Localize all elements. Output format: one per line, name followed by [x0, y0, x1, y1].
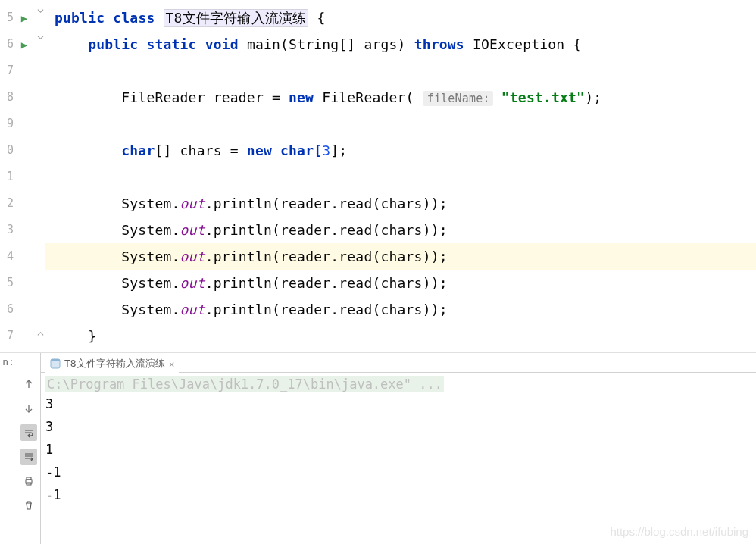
- gutter-cell: [14, 243, 35, 270]
- line-number: 3: [0, 217, 14, 243]
- gutter-cell: [14, 270, 35, 296]
- console-output-line: -1: [45, 461, 751, 483]
- arrow-up-icon[interactable]: [20, 376, 37, 392]
- code-line[interactable]: System.out.println(reader.read(chars));: [45, 243, 756, 270]
- run-gutter-icon[interactable]: ▶: [14, 5, 35, 31]
- fold-toggle-icon[interactable]: [37, 8, 44, 14]
- panel-label: n:: [0, 353, 17, 544]
- code-line[interactable]: [45, 111, 756, 137]
- gutter-cell: [14, 217, 35, 243]
- line-number-gutter: 5678901234567: [0, 0, 14, 352]
- fold-toggle-icon[interactable]: [37, 34, 44, 41]
- svg-rect-1: [27, 477, 31, 480]
- line-number: 1: [0, 164, 14, 190]
- line-number: 0: [0, 137, 14, 164]
- code-line[interactable]: char[] chars = new char[3];: [45, 137, 756, 164]
- scroll-to-end-icon[interactable]: [20, 449, 37, 465]
- code-line[interactable]: System.out.println(reader.read(chars));: [45, 190, 756, 217]
- watermark: https://blog.csdn.net/ifubing: [610, 525, 748, 538]
- code-line[interactable]: public class T8文件字符输入流演练 {: [45, 5, 756, 31]
- code-line[interactable]: System.out.println(reader.read(chars));: [45, 217, 756, 243]
- gutter-cell: [14, 58, 35, 84]
- panel-toolbar: [17, 353, 41, 544]
- console-output[interactable]: C:\Program Files\Java\jdk1.7.0_17\bin\ja…: [41, 373, 756, 544]
- line-number: 8: [0, 84, 14, 111]
- code-line[interactable]: FileReader reader = new FileReader( file…: [45, 84, 756, 111]
- command-line: C:\Program Files\Java\jdk1.7.0_17\bin\ja…: [45, 376, 444, 392]
- console-tab-row: T8文件字符输入流演练 ×: [41, 353, 756, 373]
- run-gutter-icon[interactable]: ▶: [14, 31, 35, 58]
- close-icon[interactable]: ×: [169, 358, 175, 370]
- soft-wrap-icon[interactable]: [20, 424, 37, 441]
- line-number: 9: [0, 111, 14, 137]
- line-number: 6: [0, 31, 14, 58]
- code-line[interactable]: public static void main(String[] args) t…: [45, 31, 756, 58]
- run-tool-panel: n: T8文件字符输入流演练 × C:\Program Files\Java\j…: [0, 353, 756, 544]
- fold-gutter: [35, 0, 45, 352]
- fold-end-icon[interactable]: [37, 330, 44, 337]
- gutter-cell: [14, 323, 35, 349]
- gutter-cell: [14, 111, 35, 137]
- code-line[interactable]: System.out.println(reader.read(chars));: [45, 270, 756, 296]
- code-line[interactable]: [45, 58, 756, 84]
- gutter-cell: [14, 164, 35, 190]
- console: T8文件字符输入流演练 × C:\Program Files\Java\jdk1…: [41, 353, 756, 544]
- code-line[interactable]: [45, 164, 756, 190]
- print-icon[interactable]: [20, 473, 37, 489]
- line-number: 2: [0, 190, 14, 217]
- line-number: 7: [0, 323, 14, 349]
- console-output-line: 3: [45, 415, 751, 438]
- code-line[interactable]: }: [45, 323, 756, 349]
- console-output-line: 3: [45, 392, 751, 415]
- console-output-line: 1: [45, 438, 751, 461]
- arrow-down-icon[interactable]: [20, 400, 37, 417]
- trash-icon[interactable]: [20, 497, 37, 514]
- line-number: 5: [0, 5, 14, 31]
- code-area[interactable]: public class T8文件字符输入流演练 { public static…: [45, 0, 756, 352]
- line-number: 4: [0, 243, 14, 270]
- run-gutter: ▶▶: [14, 0, 35, 352]
- gutter-cell: [14, 190, 35, 217]
- gutter-cell: [14, 84, 35, 111]
- line-number: 5: [0, 270, 14, 296]
- console-output-line: -1: [45, 483, 751, 506]
- gutter-cell: [14, 296, 35, 323]
- line-number: 6: [0, 296, 14, 323]
- line-number: 7: [0, 58, 14, 84]
- run-config-icon: [50, 358, 61, 369]
- editor-area: 5678901234567 ▶▶ public class T8文件字符输入流演…: [0, 0, 756, 352]
- code-line[interactable]: System.out.println(reader.read(chars));: [45, 296, 756, 323]
- gutter-cell: [14, 137, 35, 164]
- console-tab-label: T8文件字符输入流演练: [64, 357, 165, 370]
- svg-rect-4: [51, 359, 60, 361]
- console-tab[interactable]: T8文件字符输入流演练 ×: [45, 355, 179, 373]
